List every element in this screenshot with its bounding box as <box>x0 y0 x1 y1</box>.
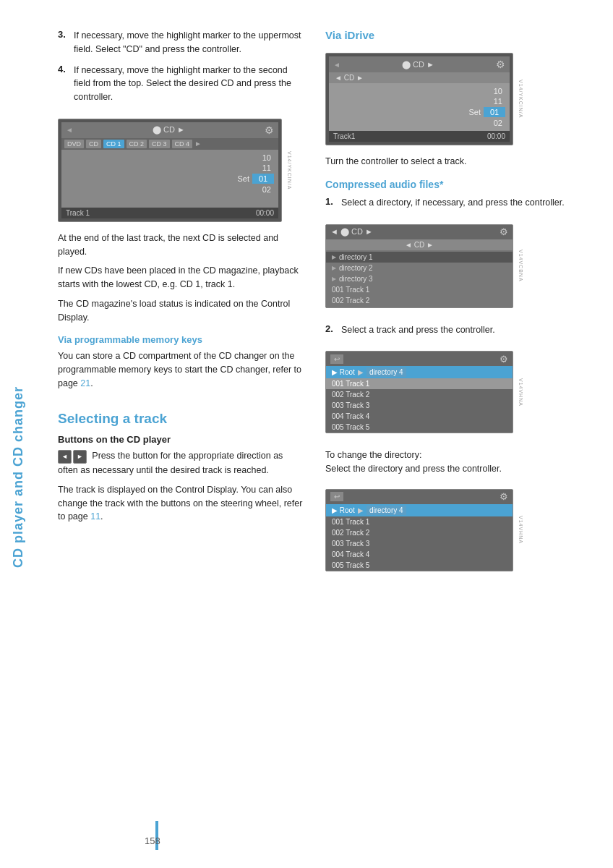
left-column: 3. If necessary, move the highlight mark… <box>36 29 318 581</box>
track-item-001-2[interactable]: 001 Track 1 <box>326 516 513 527</box>
back-btn-2[interactable]: ↩ <box>330 492 343 501</box>
idrive-body: 10 11 Set 01 02 <box>329 83 510 131</box>
cd3-btn[interactable]: CD 3 <box>149 140 170 148</box>
row-02: 02 <box>66 184 274 195</box>
buttons-para: ◄ ► Press the button for the appropriate… <box>58 449 304 477</box>
breadcrumb-dir-1: directory 4 <box>366 367 406 377</box>
btn-right[interactable]: ► <box>73 450 87 464</box>
idrive-text: Turn the controller to select a track. <box>325 155 578 169</box>
track-side-label-1: V14VHNA <box>515 344 526 441</box>
idrive-row-02: 02 <box>333 118 505 128</box>
track-settings-2: ⚙ <box>500 491 508 502</box>
set-value: 01 <box>252 174 274 184</box>
para-2: If new CDs have been placed in the CD ma… <box>58 264 304 292</box>
step-4-num: 4. <box>58 64 68 104</box>
cd-btn-img: ◄ ► <box>58 450 87 464</box>
idrive-track-time: 00:00 <box>487 132 505 140</box>
dvd-btn: DVD <box>64 140 84 148</box>
dir-name-2: directory 2 <box>339 264 373 272</box>
sidebar-label: CD player and CD changer <box>7 130 29 825</box>
track-item-003-2[interactable]: 003 Track 3 <box>326 538 513 549</box>
dir-name-1: directory 1 <box>339 253 373 261</box>
para-3: The CD magazine's load status is indicat… <box>58 297 304 325</box>
page-link-21[interactable]: 21 <box>80 378 90 388</box>
memory-keys-text: You can store a CD compartment of the CD… <box>58 349 304 390</box>
settings-icon: ⚙ <box>265 124 274 136</box>
buttons-cd-heading: Buttons on the CD player <box>58 434 304 445</box>
dir-name-3: directory 3 <box>339 275 373 283</box>
step-3-num: 3. <box>58 29 68 56</box>
compressed-step-2: 2. Select a track and press the controll… <box>325 323 578 337</box>
dir-item-3: ▶ directory 3 <box>326 273 513 284</box>
dir-side-text: V14VCBNA <box>518 250 523 282</box>
dir-track-2-label: 002 Track 2 <box>332 297 369 305</box>
track-item-003-1[interactable]: 003 Track 3 <box>326 400 513 411</box>
selecting-track-heading: Selecting a track <box>58 404 304 427</box>
compressed-step-1-text: Select a directory, if necessary, and pr… <box>341 196 565 210</box>
idrive-topbar: ◄ ⬤ CD ► ⚙ <box>329 56 510 72</box>
sidebar-text: CD player and CD changer <box>11 386 26 568</box>
track-item-002-2[interactable]: 002 Track 2 <box>326 527 513 538</box>
cd-screen-left-wrap: ◄ ⬤ CD ► ⚙ DVD CD CD 1 CD 2 CD 3 CD 4 ► <box>58 111 282 229</box>
btn-left[interactable]: ◄ <box>58 450 72 464</box>
row-set: Set 01 <box>66 173 274 184</box>
track-label: Track 1 <box>66 209 90 217</box>
dir-side-label: V14VCBNA <box>515 217 526 315</box>
cd-screen-body: 10 11 Set 01 02 <box>61 150 278 208</box>
track-item-002-1[interactable]: 002 Track 2 <box>326 389 513 400</box>
idrive-screen: ◄ ⬤ CD ► ⚙ ◄ CD ► 10 11 Set <box>325 53 513 145</box>
breadcrumb-2: ▶ Root ▶ directory 4 <box>326 504 513 516</box>
compressed-step-1: 1. Select a directory, if necessary, and… <box>325 196 578 210</box>
breadcrumb-1: ▶ Root ▶ directory 4 <box>326 366 513 378</box>
track-list-1: 001 Track 1 002 Track 2 003 Track 3 004 … <box>326 378 513 433</box>
idrive-row-11: 11 <box>333 96 505 106</box>
idrive-set-value: 01 <box>484 107 505 117</box>
dir-item-1: ▶ directory 1 <box>326 252 513 263</box>
step-4: 4. If necessary, move the highlight mark… <box>58 64 304 104</box>
idrive-footer: Track1 00:00 <box>329 131 510 142</box>
dir-arrow-2: ▶ <box>332 265 336 271</box>
page-container: CD player and CD changer 3. If necessary… <box>0 0 613 868</box>
dir-arrow-1: ▶ <box>332 254 336 260</box>
idrive-screen-wrap: ◄ ⬤ CD ► ⚙ ◄ CD ► 10 11 Set <box>325 46 513 153</box>
page-link-11[interactable]: 11 <box>90 511 100 522</box>
track-side-text-1: V14VHNA <box>518 378 523 407</box>
idrive-side-text: V14/YKCIN/A <box>518 80 523 118</box>
track-settings-1: ⚙ <box>500 354 508 365</box>
track-item-005-1[interactable]: 005 Track 5 <box>326 422 513 433</box>
track-screen-1: ↩ ⚙ ▶ Root ▶ directory 4 001 Track 1 002… <box>325 351 513 433</box>
idrive-val-02: 02 <box>494 119 502 127</box>
track-item-004-2[interactable]: 004 Track 4 <box>326 549 513 560</box>
track-side-label-2: V14VHNA <box>515 482 526 579</box>
value-02: 02 <box>262 185 271 194</box>
right-column: Via iDrive ◄ ⬤ CD ► ⚙ ◄ CD ► 10 <box>318 29 593 581</box>
cd-label: ⬤ CD ► <box>153 125 185 135</box>
set-label: Set <box>237 174 249 183</box>
memory-keys-heading: Via programmable memory keys <box>58 334 304 345</box>
dir-track-1-label: 001 Track 1 <box>332 286 369 294</box>
idrive-side-label: V14/YKCIN/A <box>515 46 526 153</box>
arrow-right-icon: ► <box>194 140 202 148</box>
value-10: 10 <box>262 153 271 162</box>
screen-side-label-left: V14/YKCIN/A <box>283 111 295 229</box>
track-topbar-2: ↩ ⚙ <box>326 490 513 504</box>
cd4-btn[interactable]: CD 4 <box>172 140 193 148</box>
idrive-label: ⬤ CD ► <box>402 60 434 69</box>
idrive-settings-icon: ⚙ <box>496 59 505 70</box>
track-item-004-1[interactable]: 004 Track 4 <box>326 411 513 422</box>
track-topbar-1: ↩ ⚙ <box>326 352 513 366</box>
page-number: 158 <box>145 835 160 846</box>
track-item-005-2[interactable]: 005 Track 5 <box>326 560 513 571</box>
track-item-001-1[interactable]: 001 Track 1 <box>326 378 513 389</box>
screen-side-text-left: V14/YKCIN/A <box>287 151 292 190</box>
step-4-text: If necessary, move the highlight marker … <box>74 64 304 104</box>
breadcrumb-sep-1: ▶ <box>358 368 364 376</box>
dir-items: ▶ directory 1 ▶ directory 2 ▶ directory … <box>326 250 513 307</box>
change-dir-text: To change the directory: Select the dire… <box>325 448 578 476</box>
idrive-cd-row: ◄ CD ► <box>329 72 510 83</box>
cd1-btn[interactable]: CD 1 <box>103 140 124 148</box>
back-btn-1[interactable]: ↩ <box>330 354 343 364</box>
breadcrumb-root-2: ▶ Root <box>332 506 355 514</box>
cd2-btn[interactable]: CD 2 <box>127 140 147 148</box>
compressed-step-1-num: 1. <box>325 196 335 210</box>
